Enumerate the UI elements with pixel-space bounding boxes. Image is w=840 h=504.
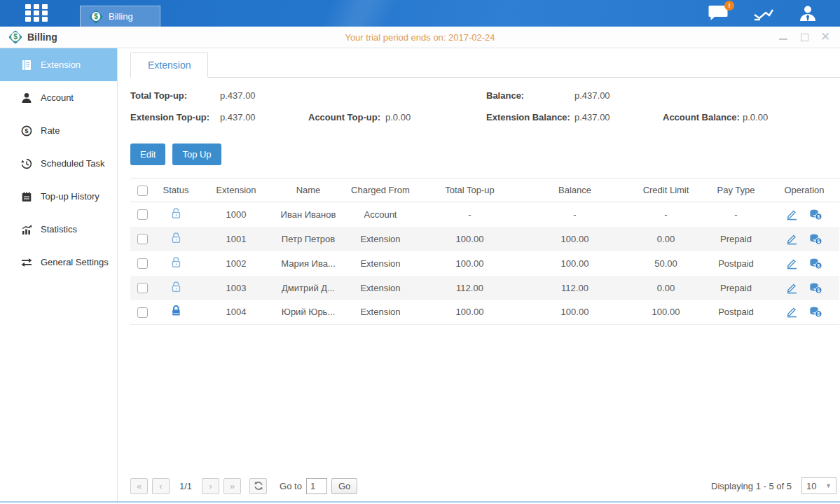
balance-label: Balance: bbox=[486, 90, 524, 101]
table-row: 1001Петр ПетровExtension100.00100.000.00… bbox=[130, 227, 839, 251]
first-page-button[interactable]: « bbox=[130, 478, 148, 494]
edit-button[interactable]: Edit bbox=[130, 144, 165, 165]
row-checkbox[interactable] bbox=[137, 258, 148, 269]
edit-pencil-icon[interactable] bbox=[786, 258, 798, 270]
sidebar-item-label: Extension bbox=[41, 59, 81, 70]
pagination-bar: « ‹ 1/1 › » Go to Go Displaying 1 - 5 of… bbox=[130, 477, 836, 494]
billing-diamond-icon: $ bbox=[89, 10, 103, 24]
account-topup-value: p.0.00 bbox=[385, 112, 411, 122]
lock-closed-icon[interactable] bbox=[170, 304, 182, 317]
app-launcher-icon[interactable] bbox=[25, 4, 49, 22]
cell-pay-type: Postpaid bbox=[703, 251, 769, 276]
table-row: 1003Дмитрий Д...Extension112.00112.000.0… bbox=[130, 276, 839, 300]
table-row: 1000Иван ИвановAccount----$ bbox=[130, 202, 839, 227]
cell-credit-limit: 0.00 bbox=[629, 227, 703, 251]
topup-coins-icon[interactable]: $ bbox=[809, 282, 822, 294]
cell-pay-type: - bbox=[703, 202, 769, 227]
prev-page-button[interactable]: ‹ bbox=[152, 478, 170, 494]
cell-charged-from: Account bbox=[342, 202, 419, 227]
edit-pencil-icon[interactable] bbox=[786, 233, 798, 245]
cell-extension: 1004 bbox=[198, 300, 275, 325]
cell-name: Иван Иванов bbox=[275, 202, 342, 227]
cell-extension: 1000 bbox=[198, 202, 275, 227]
cell-name: Мария Ива... bbox=[275, 251, 342, 276]
page-indicator: 1/1 bbox=[174, 481, 198, 491]
sidebar-item-general-settings[interactable]: General Settings bbox=[0, 246, 117, 279]
account-balance-label: Account Balance: bbox=[663, 112, 740, 122]
lock-open-icon[interactable] bbox=[170, 232, 182, 244]
cell-extension: 1001 bbox=[198, 227, 275, 251]
sidebar-item-scheduled-task[interactable]: Scheduled Task bbox=[0, 147, 117, 180]
user-account-icon[interactable] bbox=[798, 5, 819, 22]
page-size-select[interactable]: 10 ▼ bbox=[801, 477, 836, 494]
extension-table: Status Extension Name Charged From Total… bbox=[130, 178, 839, 325]
total-topup-label: Total Top-up: bbox=[130, 90, 187, 101]
edit-pencil-icon[interactable] bbox=[786, 209, 798, 220]
cell-balance: 100.00 bbox=[521, 251, 629, 276]
col-status: Status bbox=[154, 178, 198, 202]
cell-charged-from: Extension bbox=[342, 227, 419, 251]
app-tab-label: Billing bbox=[109, 11, 133, 22]
edit-pencil-icon[interactable] bbox=[786, 306, 798, 318]
topup-coins-icon[interactable]: $ bbox=[809, 233, 822, 245]
col-operation: Operation bbox=[769, 178, 839, 202]
sidebar: Extension Account $ Rate Scheduled Task … bbox=[0, 48, 118, 501]
general-settings-arrows-icon bbox=[21, 257, 32, 268]
app-tab-billing[interactable]: $ Billing bbox=[80, 6, 160, 27]
window-title-bar: $ Billing Your trial period ends on: 201… bbox=[0, 27, 840, 48]
cell-name: Юрий Юрь... bbox=[275, 300, 342, 325]
cell-balance: - bbox=[521, 202, 629, 227]
lock-open-icon[interactable] bbox=[170, 256, 182, 269]
topup-coins-icon[interactable]: $ bbox=[809, 258, 822, 270]
lock-open-icon[interactable] bbox=[170, 281, 182, 293]
sidebar-item-statistics[interactable]: Statistics bbox=[0, 213, 117, 246]
cell-credit-limit: - bbox=[629, 202, 703, 227]
row-checkbox[interactable] bbox=[137, 234, 148, 244]
trial-notice: Your trial period ends on: 2017-02-24 bbox=[0, 32, 840, 43]
topup-button[interactable]: Top Up bbox=[172, 144, 221, 165]
cell-charged-from: Extension bbox=[342, 276, 419, 300]
sidebar-item-account[interactable]: Account bbox=[0, 81, 117, 114]
messages-icon[interactable]: ! bbox=[708, 5, 729, 22]
topup-coins-icon[interactable]: $ bbox=[809, 306, 822, 318]
col-credit-limit: Credit Limit bbox=[629, 178, 703, 202]
rate-dollar-icon: $ bbox=[21, 125, 32, 136]
tab-label: Extension bbox=[148, 59, 191, 71]
displaying-info: Displaying 1 - 5 of 5 bbox=[711, 481, 792, 491]
lock-open-icon[interactable] bbox=[170, 207, 182, 220]
account-person-icon bbox=[21, 92, 32, 104]
table-row: 1002Мария Ива...Extension100.00100.0050.… bbox=[130, 251, 839, 276]
cell-pay-type: Prepaid bbox=[703, 227, 769, 251]
table-row: 1004Юрий Юрь...Extension100.00100.00100.… bbox=[130, 300, 839, 325]
balance-value: p.437.00 bbox=[574, 90, 610, 101]
maximize-button[interactable] bbox=[799, 32, 809, 42]
sidebar-item-extension[interactable]: Extension bbox=[0, 48, 117, 81]
close-button[interactable]: ✕ bbox=[820, 32, 830, 42]
tab-extension[interactable]: Extension bbox=[130, 52, 208, 78]
extension-balance-label: Extension Balance: bbox=[486, 112, 570, 122]
next-page-button[interactable]: › bbox=[202, 478, 219, 494]
sidebar-item-topup-history[interactable]: Top-up History bbox=[0, 180, 117, 213]
minimize-button[interactable] bbox=[778, 32, 788, 42]
row-checkbox[interactable] bbox=[137, 209, 148, 220]
row-checkbox[interactable] bbox=[137, 283, 148, 293]
extension-topup-value: p.437.00 bbox=[220, 112, 256, 122]
go-button[interactable]: Go bbox=[331, 478, 357, 494]
reports-chart-icon[interactable] bbox=[753, 5, 774, 22]
account-topup-label: Account Top-up: bbox=[308, 112, 380, 122]
col-balance: Balance bbox=[521, 178, 629, 202]
goto-page-input[interactable] bbox=[306, 478, 327, 494]
last-page-button[interactable]: » bbox=[223, 478, 241, 494]
select-all-checkbox[interactable] bbox=[137, 186, 148, 196]
col-charged-from: Charged From bbox=[342, 178, 419, 202]
cell-balance: 112.00 bbox=[521, 276, 629, 300]
sidebar-item-label: Top-up History bbox=[41, 191, 99, 202]
chevron-down-icon: ▼ bbox=[825, 482, 832, 489]
topup-coins-icon[interactable]: $ bbox=[809, 209, 822, 220]
sidebar-item-rate[interactable]: $ Rate bbox=[0, 114, 117, 147]
edit-pencil-icon[interactable] bbox=[786, 282, 798, 294]
row-checkbox[interactable] bbox=[137, 307, 148, 318]
refresh-icon[interactable] bbox=[249, 478, 267, 494]
sidebar-item-label: General Settings bbox=[41, 257, 109, 267]
topup-history-notebook-icon bbox=[21, 191, 32, 202]
